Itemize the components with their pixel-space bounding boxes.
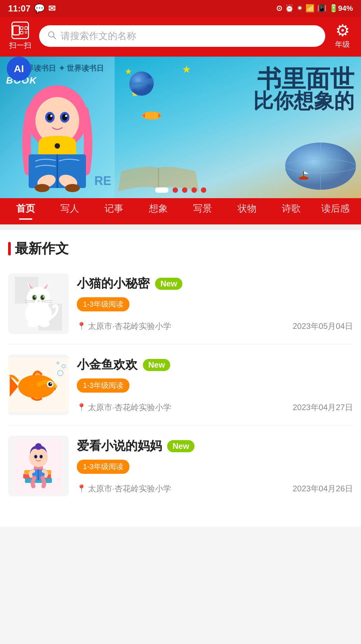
tab-events[interactable]: 记事 xyxy=(92,198,136,218)
alarm-icon: ⏰ xyxy=(285,4,294,13)
svg-point-45 xyxy=(33,296,36,300)
article-item[interactable]: 小猫的小秘密 New 1-3年级阅读 📍 太原市·杏花岭实验小学 2023年05… xyxy=(8,263,353,344)
banner-right-slide[interactable]: ★ ★ ★ ⭐ 书里面世 比你想象的 xyxy=(115,57,361,198)
planet-icon xyxy=(128,70,155,97)
location-icon: 📍 xyxy=(77,322,86,331)
grade-badge: 1-3年级阅读 xyxy=(77,460,129,474)
ai-badge[interactable]: AI xyxy=(7,57,31,81)
banner: AI ✦ 世界读书日 ✦ 世界读书日 xyxy=(0,57,361,198)
svg-rect-5 xyxy=(25,33,26,34)
article-date: 2023年04月26日 xyxy=(293,483,353,494)
bottom-spacer xyxy=(0,507,361,527)
section-indicator xyxy=(8,242,11,255)
svg-point-73 xyxy=(35,455,37,458)
svg-point-23 xyxy=(65,184,80,192)
article-location: 📍 太原市·杏花岭实验小学 xyxy=(77,483,171,494)
tab-imagination[interactable]: 想象 xyxy=(136,198,180,218)
section-title: 最新作文 xyxy=(15,239,69,258)
article-info: 小金鱼欢欢 New 1-3年级阅读 📍 太原市·杏花岭实验小学 2023年04月… xyxy=(77,355,353,413)
svg-rect-33 xyxy=(303,171,304,178)
article-location: 📍 太原市·杏花岭实验小学 xyxy=(77,321,171,332)
star-3: ★ xyxy=(182,63,191,75)
search-placeholder-text: 请搜索作文的名称 xyxy=(61,30,136,42)
status-bar: 11:07 💬 ✉ ⊙ ⏰ ✴ 📶 📳 🔋94% xyxy=(0,0,361,17)
svg-point-38 xyxy=(27,287,50,310)
article-info: 小猫的小秘密 New 1-3年级阅读 📍 太原市·杏花岭实验小学 2023年05… xyxy=(77,273,353,332)
tab-review[interactable]: 读后感 xyxy=(313,198,358,218)
search-bar[interactable]: 请搜索作文的名称 xyxy=(39,25,325,47)
settings-button[interactable]: ⚙ 年级 xyxy=(331,23,354,50)
article-location: 📍 太原市·杏花岭实验小学 xyxy=(77,402,171,413)
boat-icon xyxy=(297,168,310,181)
scan-label: 扫一扫 xyxy=(9,40,31,51)
svg-point-15 xyxy=(50,115,52,117)
svg-rect-6 xyxy=(26,33,27,34)
tab-scenery[interactable]: 写景 xyxy=(181,198,225,218)
location-icon: 📍 xyxy=(77,484,86,493)
article-date: 2023年05月04日 xyxy=(293,321,353,332)
nav-tabs: 首页 写人 记事 想象 写景 状物 诗歌 读后感 xyxy=(0,198,361,224)
svg-point-22 xyxy=(35,184,50,192)
tab-home[interactable]: 首页 xyxy=(3,198,48,218)
svg-point-70 xyxy=(35,443,42,450)
article-date: 2023年04月27日 xyxy=(293,402,353,413)
svg-point-14 xyxy=(62,114,67,121)
tab-objects[interactable]: 状物 xyxy=(225,198,269,218)
cellular-icon: 📳 xyxy=(317,4,326,13)
banner-slides: ✦ 世界读书日 ✦ 世界读书日 xyxy=(0,57,361,198)
svg-line-8 xyxy=(53,36,56,39)
bluetooth-icon: ✴ xyxy=(297,4,303,13)
nav-divider xyxy=(0,224,361,230)
article-thumbnail-mom xyxy=(8,436,69,496)
svg-point-55 xyxy=(39,320,50,327)
tab-poetry[interactable]: 诗歌 xyxy=(269,198,313,218)
article-item[interactable]: 爱看小说的妈妈 New 1-3年级阅读 📍 太原市·杏花岭实验小学 2023年0… xyxy=(8,426,353,507)
article-title: 小猫的小秘密 xyxy=(77,275,150,292)
dot-4[interactable] xyxy=(191,187,197,193)
svg-point-17 xyxy=(55,143,60,149)
dot-1[interactable] xyxy=(155,187,169,193)
svg-rect-76 xyxy=(38,469,39,480)
svg-rect-4 xyxy=(26,31,27,32)
article-title-row: 小猫的小秘密 New xyxy=(77,275,353,292)
dot-5[interactable] xyxy=(201,187,206,193)
scan-icon xyxy=(11,22,29,39)
spaceship-icon xyxy=(142,111,162,121)
search-icon xyxy=(47,30,57,42)
grade-label: 年级 xyxy=(335,39,350,50)
status-time-area: 11:07 💬 ✉ xyxy=(8,3,56,14)
article-title: 小金鱼欢欢 xyxy=(77,357,138,373)
battery-icon: 🔋94% xyxy=(329,4,353,13)
article-meta: 📍 太原市·杏花岭实验小学 2023年05月04日 xyxy=(77,321,353,332)
article-thumbnail-fish xyxy=(8,355,69,415)
grade-badge: 1-3年级阅读 xyxy=(77,378,129,393)
location-icon: 📍 xyxy=(77,403,86,412)
message-icon: 💬 xyxy=(34,3,45,14)
new-badge: New xyxy=(155,278,182,290)
email-icon: ✉ xyxy=(48,3,56,14)
article-title-row: 小金鱼欢欢 New xyxy=(77,357,353,373)
globe-icon xyxy=(283,141,358,191)
status-time: 11:07 xyxy=(8,3,31,14)
svg-point-74 xyxy=(40,455,42,458)
gear-icon: ⚙ xyxy=(335,23,350,39)
scan-button[interactable]: 扫一扫 xyxy=(7,22,34,51)
new-badge: New xyxy=(143,359,170,371)
banner-girl-illustration xyxy=(10,84,104,198)
status-icons: ⊙ ⏰ ✴ 📶 📳 🔋94% xyxy=(276,4,353,13)
dot-3[interactable] xyxy=(182,187,187,193)
dot-2[interactable] xyxy=(173,187,178,193)
svg-line-53 xyxy=(42,302,52,302)
banner-dots xyxy=(155,187,206,193)
svg-point-61 xyxy=(50,383,52,384)
cat-illustration xyxy=(15,277,62,331)
svg-point-47 xyxy=(34,296,36,298)
article-item[interactable]: 小金鱼欢欢 New 1-3年级阅读 📍 太原市·杏花岭实验小学 2023年04月… xyxy=(8,344,353,426)
wifi-icon: 📶 xyxy=(305,4,314,13)
banner-re-text: RE xyxy=(94,174,111,188)
mom-illustration xyxy=(15,439,62,493)
svg-point-46 xyxy=(41,296,44,300)
article-list: 小猫的小秘密 New 1-3年级阅读 📍 太原市·杏花岭实验小学 2023年05… xyxy=(0,263,361,507)
article-meta: 📍 太原市·杏花岭实验小学 2023年04月26日 xyxy=(77,483,353,494)
tab-person[interactable]: 写人 xyxy=(48,198,92,218)
